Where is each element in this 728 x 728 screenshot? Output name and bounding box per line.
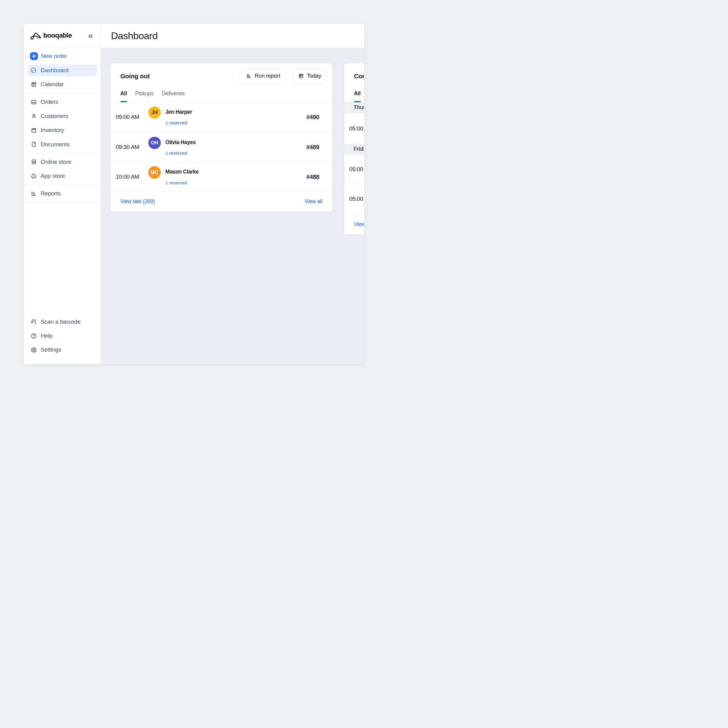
plus-icon xyxy=(30,52,38,60)
sidebar-item-new-order[interactable]: New order xyxy=(24,49,101,63)
sidebar-item-inventory[interactable]: Inventory xyxy=(24,123,101,137)
avatar: JH xyxy=(148,107,161,119)
tab-all[interactable]: All xyxy=(121,91,127,102)
going-out-footer: View late (269) View all xyxy=(111,192,332,212)
gear-icon xyxy=(31,347,37,353)
app-window: booqable « New order Dashboard Calendar xyxy=(24,24,364,364)
avatar: MC xyxy=(148,166,161,179)
customer-name: Jen Harper xyxy=(165,110,192,115)
user-icon xyxy=(31,113,37,119)
sidebar-item-documents[interactable]: Documents xyxy=(24,137,101,151)
order-number: #488 xyxy=(306,173,320,180)
order-number: #490 xyxy=(306,114,320,121)
brand-name: booqable xyxy=(43,32,72,40)
box-icon xyxy=(31,127,37,133)
storefront-icon xyxy=(31,159,37,165)
bar-chart-icon xyxy=(31,191,37,197)
going-out-card: Going out Run report Today All Pickups D… xyxy=(111,63,332,211)
customer-name: Mason Clarke xyxy=(165,169,199,175)
pickup-time: 10:00 AM xyxy=(116,173,139,180)
order-row[interactable]: 09:30 AM OH Olivia Hayes 1 reserved #489 xyxy=(111,133,332,162)
coming-back-footer: View late xyxy=(344,214,364,234)
run-report-button[interactable]: Run report xyxy=(240,68,286,84)
going-out-tabs: All Pickups Deliveries xyxy=(111,91,332,102)
sidebar-item-app-store[interactable]: App store xyxy=(24,169,101,183)
view-late-link[interactable]: View late (269) xyxy=(121,198,155,205)
customer-name: Olivia Hayes xyxy=(165,140,196,145)
help-circle-icon xyxy=(31,333,37,339)
sidebar-item-orders[interactable]: Orders xyxy=(24,95,101,109)
puzzle-icon xyxy=(31,173,37,179)
nav-divider xyxy=(24,153,101,153)
tab-deliveries[interactable]: Deliveries xyxy=(162,91,185,102)
booqable-logo-icon xyxy=(30,32,41,40)
sidebar-item-reports[interactable]: Reports xyxy=(24,187,101,200)
sidebar-nav: New order Dashboard Calendar Orders Cust… xyxy=(24,48,101,203)
pickup-time: 09:30 AM xyxy=(116,144,139,150)
card-actions: Run report Today xyxy=(240,68,327,84)
return-time: 05:00 PM xyxy=(349,166,364,173)
reserved-link[interactable]: 1 reserved xyxy=(165,151,196,156)
card-title: Coming back xyxy=(344,63,364,79)
calendar-icon xyxy=(298,73,304,79)
pickup-time: 09:00 AM xyxy=(116,114,139,121)
page-title: Dashboard xyxy=(111,30,158,41)
collapse-sidebar-icon[interactable]: « xyxy=(88,31,93,40)
sidebar-item-help[interactable]: Help xyxy=(24,329,101,343)
nav-divider xyxy=(24,185,101,185)
content: Going out Run report Today All Pickups D… xyxy=(101,48,364,364)
sidebar-item-dashboard[interactable]: Dashboard xyxy=(28,64,97,76)
gauge-icon xyxy=(30,67,37,73)
bar-chart-icon xyxy=(246,73,252,79)
return-row[interactable]: 05:00 PM xyxy=(344,155,364,184)
view-all-link[interactable]: View all xyxy=(304,198,322,205)
sidebar-item-online-store[interactable]: Online store xyxy=(24,155,101,169)
order-row[interactable]: 10:00 AM MC Mason Clarke 1 reserved #488 xyxy=(111,162,332,191)
sidebar-logo-band: booqable « xyxy=(24,24,101,48)
file-icon xyxy=(31,141,37,147)
return-row[interactable]: 05:00 PM xyxy=(344,184,364,214)
avatar: OH xyxy=(148,137,161,149)
order-row[interactable]: 09:00 AM JH Jen Harper 1 reserved #490 xyxy=(111,102,332,133)
return-time: 05:00 PM xyxy=(349,125,364,132)
sidebar-item-settings[interactable]: Settings xyxy=(24,343,101,357)
inbox-icon xyxy=(31,99,37,105)
order-number: #489 xyxy=(306,144,320,151)
tab-pickups[interactable]: Pickups xyxy=(135,91,154,102)
sidebar-item-customers[interactable]: Customers xyxy=(24,109,101,123)
coming-back-tabs: All xyxy=(344,91,364,102)
return-time: 05:00 PM xyxy=(349,196,364,202)
calendar-icon xyxy=(31,81,37,88)
page-header: Dashboard xyxy=(101,24,364,48)
day-band: Thursday xyxy=(344,102,364,113)
nav-divider xyxy=(24,202,101,203)
sidebar-bottom: Scan a barcode Help Settings xyxy=(24,315,101,357)
view-late-link[interactable]: View late xyxy=(354,221,364,228)
coming-back-card: Coming back All Thursday 05:00 PM Friday… xyxy=(344,63,364,234)
sidebar-item-calendar[interactable]: Calendar xyxy=(24,77,101,91)
barcode-scanner-icon xyxy=(31,318,37,325)
today-button[interactable]: Today xyxy=(292,68,327,84)
day-band: Friday xyxy=(344,144,364,155)
reserved-link[interactable]: 1 reserved xyxy=(165,121,192,125)
nav-divider xyxy=(24,93,101,93)
sidebar: booqable « New order Dashboard Calendar xyxy=(24,24,101,364)
sidebar-item-scan-a-barcode[interactable]: Scan a barcode xyxy=(24,315,101,329)
main-area: Dashboard Going out Run report Today xyxy=(101,24,364,364)
tab-all[interactable]: All xyxy=(354,91,361,102)
return-row[interactable]: 05:00 PM xyxy=(344,113,364,144)
reserved-link[interactable]: 1 reserved xyxy=(165,180,199,185)
